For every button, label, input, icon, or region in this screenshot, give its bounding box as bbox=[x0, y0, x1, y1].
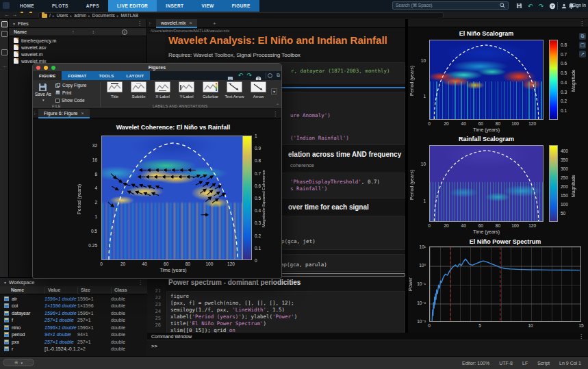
ribbon-tab-live-editor[interactable]: LIVE EDITOR bbox=[108, 0, 157, 12]
ribbon-tab-home[interactable]: HOME bbox=[11, 0, 43, 12]
breadcrumb-segment[interactable]: admin bbox=[74, 13, 86, 18]
info-icon[interactable]: i bbox=[122, 29, 127, 35]
figures-titlebar[interactable]: Figures bbox=[33, 64, 281, 71]
search-input[interactable]: Search (⌘ Space) bbox=[392, 1, 509, 10]
collapse-chevron-icon[interactable]: ▾ bbox=[13, 21, 15, 26]
command-window-menu-icon[interactable]: ⋮ bbox=[578, 333, 584, 340]
figures-dock-icon[interactable]: ⧉ bbox=[277, 73, 280, 78]
show-code-checkbox[interactable]: Show Code bbox=[55, 98, 85, 103]
gallery-item-text-arrow[interactable]: Text Arrow bbox=[223, 81, 246, 99]
save-as-button[interactable]: Save As bbox=[35, 92, 51, 97]
gallery-item-y-label[interactable]: Y-Label bbox=[175, 81, 198, 99]
files-column-header[interactable]: Name ↑ ↕ i bbox=[9, 28, 146, 36]
group-icon[interactable]: ↕ bbox=[92, 29, 95, 34]
ribbon-tab-apps[interactable]: APPS bbox=[77, 0, 108, 12]
figures-tab-figure[interactable]: FIGURE bbox=[33, 71, 62, 80]
help-icon[interactable]: ? bbox=[548, 1, 557, 10]
figure-panel-toggle-icon[interactable]: ⫶ bbox=[34, 111, 36, 116]
colorbar-tick-label: 0.9 bbox=[255, 146, 261, 151]
back-icon[interactable]: ← bbox=[4, 12, 10, 18]
export-figure-icon[interactable]: ↗ bbox=[579, 51, 586, 58]
file-row[interactable]: wavelet.asv bbox=[9, 44, 146, 51]
plots-panel-icon[interactable] bbox=[1, 49, 8, 55]
breadcrumb-segment[interactable]: Documents bbox=[92, 13, 115, 18]
copy-output-icon[interactable]: ⧉ bbox=[579, 33, 586, 40]
workspace-row-f[interactable]: f257×1 double257×1double bbox=[0, 317, 147, 325]
close-tab-icon[interactable]: × bbox=[190, 21, 192, 25]
breadcrumb-segment[interactable]: Users bbox=[57, 13, 68, 18]
print-button[interactable]: Print bbox=[55, 90, 71, 95]
panel-toggle-pill[interactable]: ☰ ▾ bbox=[3, 359, 34, 366]
gallery-item-label: Arrow bbox=[247, 94, 270, 99]
variable-name: datayear bbox=[12, 311, 44, 316]
files-panel-icon[interactable] bbox=[1, 21, 8, 27]
breadcrumb[interactable]: /▸Users▸admin▸Documents▸MATLAB bbox=[38, 12, 444, 18]
figure-6-tab[interactable]: Figure 6: Figure × bbox=[38, 109, 90, 118]
code-line[interactable]: xlabel('Period (years)'); ylabel('Power'… bbox=[170, 313, 405, 320]
collapse-ribbon-icon[interactable]: ⌃ bbox=[276, 103, 279, 107]
figures-redo-icon[interactable]: ↷ bbox=[246, 72, 252, 79]
ribbon-tab-insert[interactable]: INSERT bbox=[157, 0, 192, 12]
workspace-row-period[interactable]: period94×1 double94×1double bbox=[0, 331, 147, 339]
sort-ascending-icon[interactable]: ↑ bbox=[72, 29, 75, 34]
workspace-column-header[interactable]: Name Value Size Class bbox=[0, 286, 147, 294]
undo-icon[interactable]: ↶ bbox=[526, 1, 535, 10]
close-figure-icon[interactable]: × bbox=[81, 111, 84, 116]
redo-icon[interactable]: ↷ bbox=[537, 1, 546, 10]
figures-ribbon-strip: FIGUREFORMATTOOLSLAYOUT ↶ ↷ ? ⧉ bbox=[33, 71, 281, 80]
gallery-item-subtitle[interactable]: Subtitle bbox=[127, 81, 150, 99]
col-class: Class bbox=[114, 288, 127, 292]
figures-tab-tools[interactable]: TOOLS bbox=[93, 71, 120, 80]
workspace-row-coi[interactable]: coi1×1596 double1×1596double bbox=[0, 303, 147, 310]
workspace-panel-icon[interactable] bbox=[1, 31, 8, 37]
ribbon-tab-plots[interactable]: PLOTS bbox=[43, 0, 77, 12]
workspace-row-datayear[interactable]: datayear1596×1 double1596×1double bbox=[0, 309, 147, 317]
gallery-dropdown-icon[interactable]: ▾ bbox=[271, 88, 277, 94]
code-line[interactable]: semilogy(1./f, pxx, 'LineWidth', 1.5) bbox=[170, 306, 405, 313]
command-window-header[interactable]: Command Window ⋮ bbox=[147, 333, 588, 340]
x-tick-label: 80 bbox=[186, 262, 190, 266]
command-window-body[interactable]: >> bbox=[147, 340, 588, 356]
workspace-row-nino[interactable]: nino1596×1 double1596×1double bbox=[0, 324, 147, 331]
figures-window[interactable]: Figures FIGUREFORMATTOOLSLAYOUT ↶ ↷ ? ⧉ … bbox=[32, 63, 282, 279]
breadcrumb-segment[interactable]: MATLAB bbox=[120, 13, 138, 18]
save-as-dropdown-icon[interactable]: ▾ bbox=[42, 98, 44, 102]
gallery-item-title[interactable]: Title bbox=[103, 81, 126, 99]
ribbon-tab-view[interactable]: VIEW bbox=[192, 0, 222, 12]
more-panels-icon[interactable]: ⋯ bbox=[2, 64, 7, 70]
checkbox-icon[interactable] bbox=[55, 99, 60, 103]
editor-panel-toggle-icon[interactable]: ⫶ bbox=[149, 21, 151, 27]
file-row[interactable]: timefrequency.m bbox=[9, 37, 146, 44]
code-line[interactable]: figure bbox=[170, 292, 405, 299]
output-panel-menu-icon[interactable]: ⋮ bbox=[579, 21, 585, 27]
new-tab-icon[interactable]: + bbox=[213, 21, 216, 27]
breadcrumb-segment[interactable]: / bbox=[49, 13, 51, 18]
figures-record-icon[interactable] bbox=[268, 73, 272, 78]
file-row[interactable]: wavelet.m bbox=[9, 51, 146, 58]
files-panel-menu-icon[interactable]: ⋮ bbox=[137, 21, 142, 27]
ribbon-tab-figure[interactable]: FIGURE bbox=[223, 0, 259, 12]
forward-icon[interactable]: → bbox=[12, 12, 17, 18]
sign-in-link[interactable]: Sign In bbox=[572, 3, 586, 8]
figures-undo-icon[interactable]: ↶ bbox=[238, 72, 243, 79]
copy-figure-button[interactable]: Copy Figure bbox=[55, 83, 86, 88]
figures-tab-format[interactable]: FORMAT bbox=[62, 71, 92, 80]
code-block-power[interactable]: figure[pxx, f] = pwelch(nino, [], [], []… bbox=[166, 291, 405, 334]
workspace-menu-icon[interactable]: ⋮ bbox=[138, 279, 143, 285]
editor-tab-wavelet[interactable]: wavelet.mlx × bbox=[156, 19, 197, 28]
workspace-row-pxx[interactable]: pxx257×1 double257×1double bbox=[0, 338, 147, 346]
collapse-chevron-icon[interactable]: ▾ bbox=[4, 280, 6, 285]
gallery-item-x-label[interactable]: X-Label bbox=[151, 81, 174, 99]
save-icon[interactable] bbox=[515, 1, 524, 10]
code-line[interactable]: [pxx, f] = pwelch(nino, [], [], [], 12); bbox=[170, 299, 405, 306]
workspace-row-r[interactable]: r[1,-0.1524;-0.1...2×2double bbox=[0, 346, 147, 353]
workspace-row-air[interactable]: air1596×1 double1596×1double bbox=[0, 295, 147, 303]
open-figure-icon[interactable]: ▢ bbox=[579, 42, 586, 49]
figure-tab-menu-icon[interactable]: ⋮ bbox=[272, 111, 278, 117]
gallery-item-arrow[interactable]: Arrow bbox=[247, 81, 270, 99]
files-panel-header[interactable]: ▾ Files ⋮ bbox=[9, 19, 146, 28]
gallery-item-label: Y-Label bbox=[175, 94, 198, 99]
code-line[interactable]: title('El Niño Power Spectrum') bbox=[170, 320, 405, 327]
gallery-item-colorbar[interactable]: Colorbar bbox=[199, 81, 222, 99]
figures-tab-layout[interactable]: LAYOUT bbox=[120, 71, 151, 80]
